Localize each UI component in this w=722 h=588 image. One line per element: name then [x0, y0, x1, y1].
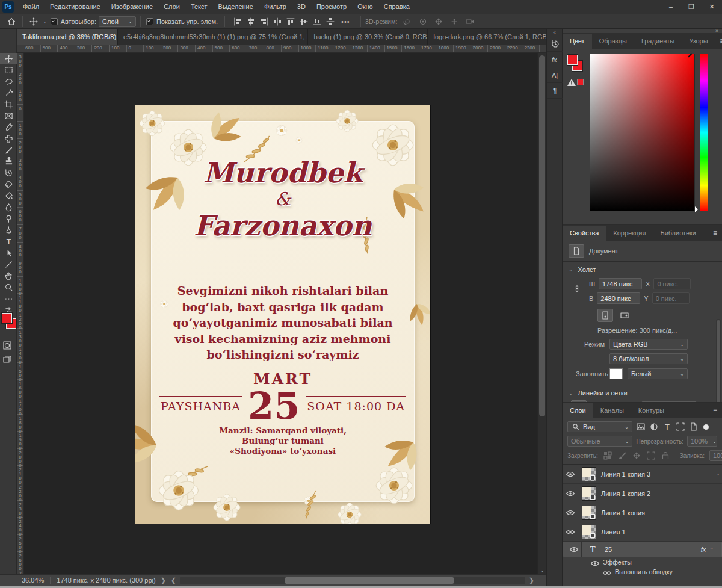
tab-channels[interactable]: Каналы: [593, 403, 631, 418]
close-button[interactable]: ✕: [702, 0, 722, 14]
align-top-icon[interactable]: [286, 17, 295, 26]
distribute-v-icon[interactable]: [326, 17, 335, 26]
layer-row-4[interactable]: T25fx⌃: [563, 542, 722, 557]
document-tab-0[interactable]: Taklifnoma.psd @ 36% (RGB/8) *×: [17, 29, 118, 45]
quick-mask-button[interactable]: [2, 341, 12, 350]
bucket-tool[interactable]: [0, 190, 17, 202]
more-align-options-button[interactable]: •••: [341, 18, 350, 25]
tab-patterns[interactable]: Узоры: [682, 34, 715, 49]
eye-icon[interactable]: [590, 559, 598, 566]
tab-libraries[interactable]: Библиотеки: [653, 226, 703, 241]
pen-tool[interactable]: [0, 224, 17, 236]
section-chevron-icon[interactable]: ⌄: [569, 267, 573, 273]
marquee-tool[interactable]: [0, 64, 17, 76]
healing-tool[interactable]: [0, 133, 17, 144]
layer-name[interactable]: Линия 1 копия 2: [601, 490, 650, 497]
tab-adjustments[interactable]: Коррекция: [606, 226, 653, 241]
document-tab-1[interactable]: e5r4bj6q3ng8tunhmml53r30mh (1) (1).png @…: [118, 29, 308, 45]
preset-chevron-icon[interactable]: ⌄: [43, 19, 47, 24]
landscape-orientation-button[interactable]: [617, 309, 632, 322]
path-select-tool[interactable]: [0, 247, 17, 259]
canvas-width-input[interactable]: [599, 278, 642, 289]
layer-row-0[interactable]: Линия 1 копия 3: [563, 465, 722, 484]
filter-type-layers-icon[interactable]: T: [662, 422, 672, 432]
collapse-panels-icon[interactable]: »: [563, 29, 722, 33]
align-bottom-icon[interactable]: [312, 17, 322, 26]
autoselect-checkbox[interactable]: [51, 18, 58, 25]
restore-button[interactable]: ❐: [681, 0, 702, 14]
scroll-down-icon[interactable]: ⌄: [538, 567, 547, 573]
layer-name[interactable]: Линия 1 копия: [601, 509, 645, 516]
tab-swatches[interactable]: Образцы: [592, 34, 634, 49]
menu-9[interactable]: Окно: [352, 0, 378, 14]
tab-color[interactable]: Цвет: [563, 34, 592, 49]
portrait-orientation-button[interactable]: [597, 309, 613, 322]
menu-10[interactable]: Справка: [378, 0, 415, 14]
type-tool[interactable]: T: [0, 236, 17, 247]
menu-5[interactable]: Выделение: [213, 0, 259, 14]
tab-properties[interactable]: Свойства: [563, 226, 606, 241]
menu-7[interactable]: 3D: [292, 0, 311, 14]
section-chevron-icon[interactable]: ⌄: [569, 390, 573, 396]
filter-smart-objects-icon[interactable]: [689, 422, 699, 432]
properties-scrollbar[interactable]: [716, 319, 721, 402]
layer-row-1[interactable]: Линия 1 копия 2: [563, 484, 722, 503]
move-tool-preset-icon[interactable]: [27, 16, 40, 28]
layer-row-2[interactable]: Линия 1 копия: [563, 503, 722, 522]
rulers-toggle-button[interactable]: [571, 400, 587, 402]
ruler-units-select[interactable]: Пиксели⌄: [641, 401, 697, 402]
layer-thumbnail[interactable]: [582, 525, 596, 539]
tab-paths[interactable]: Контуры: [631, 403, 671, 418]
zoom-tool[interactable]: [0, 282, 17, 293]
menu-6[interactable]: Фильтр: [259, 0, 292, 14]
filter-pixel-layers-icon[interactable]: [636, 422, 646, 432]
grid-toggle-button[interactable]: [591, 400, 606, 402]
layers-scroll-up-icon[interactable]: ⌃: [716, 474, 720, 479]
tab-layers[interactable]: Слои: [563, 403, 593, 418]
foreground-color-swatch[interactable]: [2, 313, 12, 323]
gamut-color-chip[interactable]: [577, 79, 584, 85]
layer-thumbnail[interactable]: [582, 467, 596, 481]
panel-menu-icon[interactable]: ≡: [708, 226, 722, 241]
lock-all-icon[interactable]: [661, 451, 670, 460]
canvas-vertical-scrollbar[interactable]: ⌄: [537, 53, 546, 574]
history-panel-icon[interactable]: [547, 36, 563, 52]
layer-visibility-toggle[interactable]: [563, 484, 578, 503]
layer-row-3[interactable]: Линия 1: [563, 522, 722, 542]
align-right-icon[interactable]: [259, 17, 269, 26]
minimize-button[interactable]: –: [661, 0, 681, 14]
align-center-h-icon[interactable]: [246, 17, 256, 26]
color-foreground-swatch[interactable]: [567, 55, 578, 65]
menu-4[interactable]: Текст: [185, 0, 213, 14]
hue-slider[interactable]: [700, 54, 708, 211]
fill-select[interactable]: Белый⌄: [628, 368, 688, 379]
fx-collapse-icon[interactable]: ⌃: [709, 547, 714, 552]
move-tool[interactable]: [0, 53, 17, 64]
character-panel-icon[interactable]: A|: [547, 67, 563, 83]
horizontal-ruler[interactable]: 6005004003002001000100200300400500600700…: [17, 45, 546, 53]
layer-visibility-toggle[interactable]: [563, 522, 578, 541]
canvas-height-input[interactable]: [597, 292, 640, 304]
show-transform-controls-checkbox[interactable]: [146, 18, 153, 25]
layer-name[interactable]: 25: [605, 546, 612, 553]
autoselect-target-select[interactable]: Слой⌄: [99, 16, 136, 27]
filter-shape-layers-icon[interactable]: [676, 422, 685, 432]
wand-tool[interactable]: [0, 87, 17, 99]
canvas-x-input[interactable]: [653, 278, 691, 289]
hand-tool[interactable]: [0, 270, 17, 282]
distribute-h-icon[interactable]: [273, 17, 282, 26]
fill-color-swatch[interactable]: [609, 368, 623, 379]
layer-thumbnail[interactable]: [582, 506, 596, 520]
bit-depth-select[interactable]: 8 бит/канал⌄: [609, 353, 688, 364]
screen-mode-button[interactable]: [2, 355, 12, 365]
canvas-horizontal-scrollbar[interactable]: [180, 577, 525, 584]
lock-artboard-icon[interactable]: [646, 451, 656, 460]
canvas-area[interactable]: Murodbek & Farzonaxon Sevgimizni nikoh r…: [24, 53, 537, 574]
lock-position-icon[interactable]: [632, 451, 641, 460]
menu-0[interactable]: Файл: [17, 0, 45, 14]
paragraph-panel-icon[interactable]: ¶: [547, 83, 563, 99]
color-mode-select[interactable]: Цвета RGB⌄: [609, 339, 688, 350]
layer-effect-row[interactable]: Эффекты: [563, 557, 722, 567]
invitation-artwork[interactable]: Murodbek & Farzonaxon Sevgimizni nikoh r…: [135, 105, 430, 524]
document-tab-3[interactable]: logo-dark.png @ 66.7% (Слой 1, RGB...×: [428, 29, 546, 45]
